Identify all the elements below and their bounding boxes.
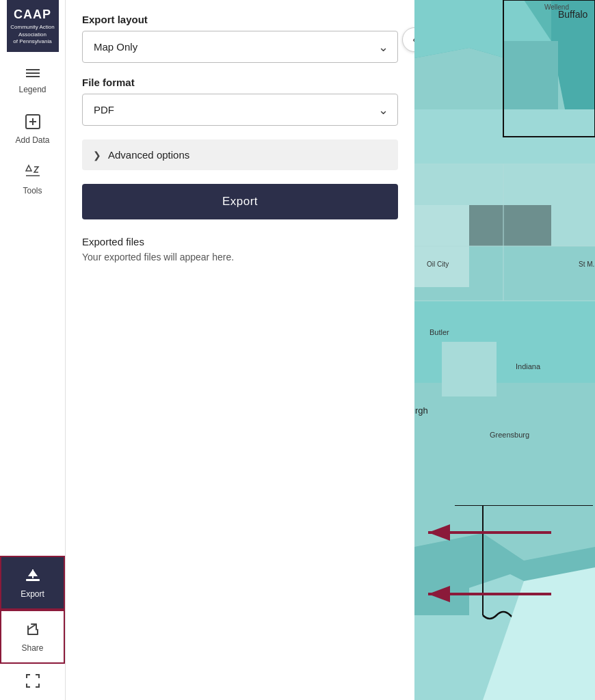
sidebar-item-share-label: Share — [21, 643, 43, 653]
file-format-wrapper: PDF PNG JPEG ⌄ — [82, 94, 398, 126]
export-layout-label: Export layout — [82, 14, 398, 25]
file-format-dropdown[interactable]: PDF PNG JPEG — [82, 94, 398, 126]
fullscreen-icon — [25, 673, 40, 690]
sidebar-item-export[interactable]: Export — [0, 556, 65, 610]
chevron-left-icon: ‹ — [412, 33, 414, 46]
tools-icon — [25, 164, 41, 183]
export-layout-wrapper: Map Only Map with Legend Full Layout ⌄ — [82, 31, 398, 63]
file-format-label: File format — [82, 77, 398, 88]
legend-icon — [25, 67, 41, 82]
exported-files-title: Exported files — [82, 236, 398, 247]
svg-text:Oil City: Oil City — [427, 260, 449, 268]
collapse-panel-button[interactable]: ‹ — [402, 27, 414, 52]
export-panel: ‹ Export layout Map Only Map with Legend… — [66, 0, 414, 700]
sidebar-item-legend-label: Legend — [18, 85, 46, 94]
export-layout-dropdown[interactable]: Map Only Map with Legend Full Layout — [82, 31, 398, 63]
sidebar-item-add-data-label: Add Data — [15, 135, 49, 145]
svg-rect-23 — [442, 342, 497, 396]
svg-text:sburgh: sburgh — [414, 405, 428, 416]
svg-text:Butler: Butler — [429, 328, 449, 336]
sidebar-item-tools[interactable]: Tools — [0, 154, 65, 205]
sidebar-item-legend[interactable]: Legend — [0, 57, 65, 104]
export-button[interactable]: Export — [82, 184, 398, 219]
add-data-icon — [25, 113, 41, 133]
sidebar-item-export-label: Export — [21, 589, 44, 599]
export-icon — [24, 567, 42, 587]
share-icon — [24, 621, 42, 641]
logo-caap: CAAP — [10, 7, 54, 23]
map-area: Buffalo Wellend Oil City Butler Indiana … — [414, 0, 595, 700]
advanced-options-row[interactable]: ❯ Advanced options — [82, 139, 398, 170]
logo: CAAP Community ActionAssociationof Penns… — [7, 0, 59, 52]
advanced-options-label: Advanced options — [108, 149, 189, 161]
svg-rect-7 — [26, 579, 40, 581]
sidebar-item-tools-label: Tools — [23, 186, 42, 196]
svg-rect-22 — [414, 301, 595, 383]
svg-text:Indiana: Indiana — [516, 362, 541, 371]
logo-subtitle: Community ActionAssociationof Pennsylvan… — [10, 24, 54, 45]
sidebar: CAAP Community ActionAssociationof Penns… — [0, 0, 66, 700]
sidebar-item-share[interactable]: Share — [0, 610, 65, 664]
svg-text:Wellend: Wellend — [544, 3, 569, 11]
svg-text:Greensburg: Greensburg — [490, 431, 529, 439]
svg-text:St M...: St M... — [579, 260, 595, 268]
sidebar-item-fullscreen[interactable] — [0, 664, 65, 700]
advanced-options-chevron-icon: ❯ — [93, 150, 101, 161]
sidebar-item-add-data[interactable]: Add Data — [0, 104, 65, 154]
exported-files-desc: Your exported files will appear here. — [82, 252, 398, 262]
